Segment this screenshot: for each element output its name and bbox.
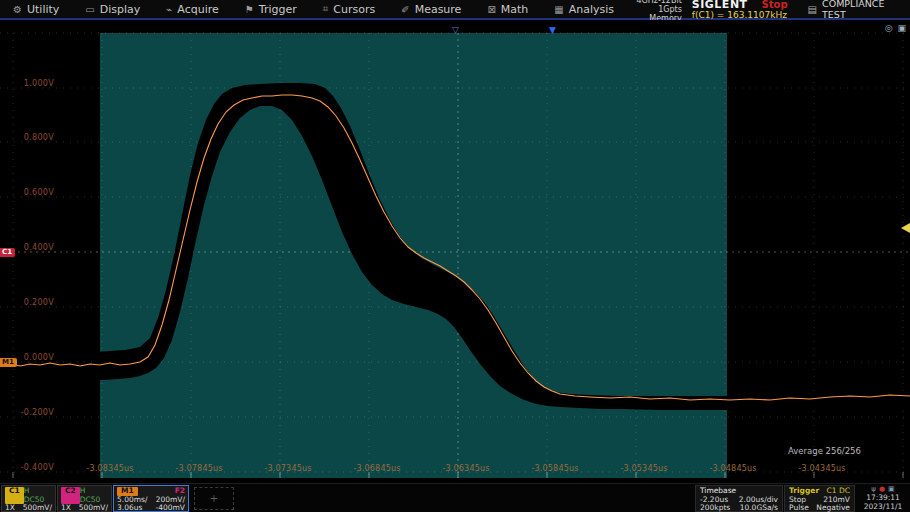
channel1-descriptor[interactable]: C1 H DC50 1X 500mV/ FULL 0.00V [1,485,56,512]
clipboard-icon: ▤ [808,4,817,15]
grid-corner-icons: ◎ ▣ [885,24,906,33]
time-axis-label: -3.05345us [609,464,679,473]
timebase-descriptor[interactable]: Timebase -2.20us 2.00us/div 200kpts 10.0… [695,485,783,512]
alert-icon: ● [879,485,885,493]
plus-icon: + [210,493,218,504]
math-icon: ⊠ [487,4,495,15]
analysis-icon: ▦ [554,4,563,15]
voltage-axis-label: 1.000V [6,79,54,88]
menu-display-label: Display [100,3,141,16]
trigger-descriptor[interactable]: Trigger C1 DC Stop 210mV Pulse Negative [784,485,855,512]
menu-analysis[interactable]: ▦ Analysis [541,0,627,18]
trigger-level-arrow[interactable] [901,223,910,233]
flag-icon: ⚑ [245,4,254,15]
time-axis-label: -3.06845us [342,464,412,473]
voltage-axis-label: -0.200V [6,408,54,417]
timebase-samplerate: 10.0GSa/s [740,504,778,512]
menu-acquire-label: Acquire [177,3,218,16]
menu-cursors-label: Cursors [333,3,375,16]
compliance-test-button[interactable]: ▤ COMPLIANCE TEST [796,0,910,20]
channel1-chip: C1 [5,487,24,504]
menu-utility-label: Utility [27,3,59,16]
status-bar: C1 H DC50 1X 500mV/ FULL 0.00V C2 H DC50… [0,483,910,512]
channel2-scale: 500mV/ [79,504,108,512]
menu-acquire[interactable]: ⌁ Acquire [153,0,231,18]
brand-block: SIGLENT Stop f(C1) = 163.1107kHz [692,0,796,20]
menu-cursors[interactable]: ⌗ Cursors [310,0,389,18]
channel2-descriptor[interactable]: C2 H DC50 1X 500mV/ FULL 0.00V [57,485,112,512]
horizontal-position-marker[interactable]: ▼ [549,26,556,35]
persistence-band [95,83,910,410]
voltage-axis-label: 0.600V [6,188,54,197]
channel1-coupling: H DC50 [24,487,52,504]
time-axis-label: -3.07345us [253,464,323,473]
clock-date: 2023/11/1 [857,502,909,511]
time-axis-label: -3.06345us [431,464,501,473]
trigger-type: Pulse [789,504,809,512]
menu-measure-label: Measure [415,3,462,16]
acquisition-state-badge[interactable]: Stop [762,0,788,10]
menu-math[interactable]: ⊠ Math [474,0,541,18]
menu-right-cluster: 4GHz-12Bit 1Gpts Memory SIGLENT Stop f(C… [627,0,910,18]
menu-trigger-label: Trigger [259,3,297,16]
measure-icon: ✐ [401,4,409,15]
math1-delay: 3.06us [117,504,142,512]
average-count-readout: Average 256/256 [788,446,861,456]
menu-display[interactable]: ▭ Display [72,0,153,18]
math1-descriptor[interactable]: M1 F2 5.00ms/ 200mV/ 3.06us -400mV [113,485,189,512]
window-icon[interactable]: ▣ [897,24,906,33]
time-axis-label: -3.04345us [787,464,857,473]
timebase-points: 200kpts [700,504,730,512]
trigger-frequency-readout: f(C1) = 163.1107kHz [692,10,788,20]
waveform-plot [0,20,910,483]
trigger-slope: Negative [816,504,850,512]
math1-offset: -400mV [156,504,185,512]
trigger-delay-marker[interactable]: ▽ [452,26,459,35]
channel1-scale: 500mV/ [23,504,52,512]
voltage-axis-label: 0.800V [6,133,54,142]
menu-utility[interactable]: ⚙ Utility [0,0,72,18]
menu-trigger[interactable]: ⚑ Trigger [232,0,310,18]
voltage-axis-label: 0.200V [6,298,54,307]
zoom-icon[interactable]: ◎ [885,24,893,33]
menu-analysis-label: Analysis [569,3,614,16]
cursors-icon: ⌗ [323,3,329,15]
channel2-probe: 1X [61,504,71,512]
usb-icon: ψ [871,485,876,493]
math1-level-marker[interactable]: M1 [0,358,17,367]
channel1-probe: 1X [5,504,15,512]
oscilloscope-screen: ⚙ Utility ▭ Display ⌁ Acquire ⚑ Trigger … [0,0,910,512]
clock-time: 17:39:11 [857,493,909,502]
waveform-display: 1.000V0.800V0.600V0.400V0.200V0.000V-0.2… [0,20,910,483]
menu-math-label: Math [501,3,529,16]
display-icon: ▭ [85,4,94,15]
gridlines [0,33,910,478]
time-axis-label: -3.05845us [520,464,590,473]
channel2-coupling: H DC50 [80,487,108,504]
time-axis-label: -3.04845us [698,464,768,473]
menu-measure[interactable]: ✐ Measure [388,0,474,18]
add-trace-placeholder[interactable]: + [194,487,234,510]
acquire-icon: ⌁ [166,4,172,15]
channel1-level-marker[interactable]: C1 [0,248,15,257]
voltage-axis-label: -0.400V [6,463,54,472]
channel2-chip: C2 [61,487,80,504]
menu-bar: ⚙ Utility ▭ Display ⌁ Acquire ⚑ Trigger … [0,0,910,20]
lan-icon: ▣ [888,485,895,493]
time-axis-label: -3.08345us [75,464,145,473]
datetime-panel: ψ ● ▣ 17:39:11 2023/11/1 [857,485,909,511]
time-axis-label: -3.07845us [164,464,234,473]
gear-icon: ⚙ [13,4,22,15]
compliance-test-label: COMPLIANCE TEST [822,0,904,20]
